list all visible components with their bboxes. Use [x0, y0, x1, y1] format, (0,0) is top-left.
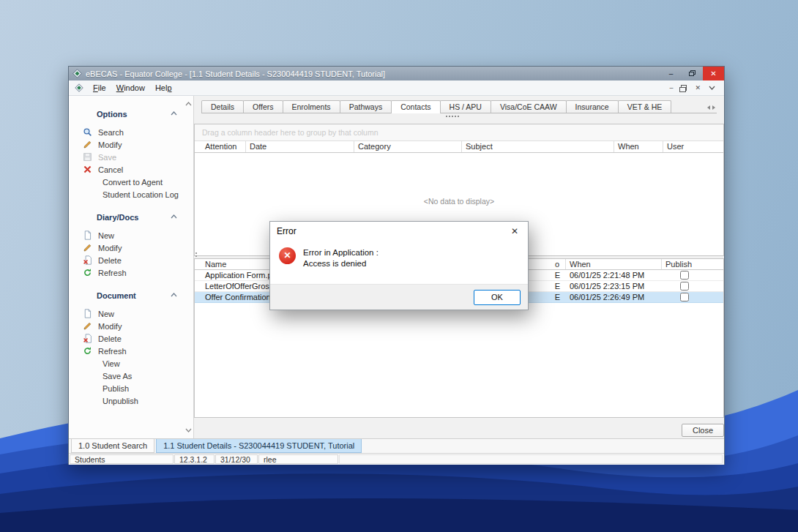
- close-button[interactable]: Close: [682, 424, 724, 437]
- sidebar-item-document-delete[interactable]: Delete: [69, 332, 193, 345]
- tab-hs-apu[interactable]: HS / APU: [440, 100, 491, 113]
- tab-contacts[interactable]: Contacts: [391, 100, 440, 113]
- tab-visa-coe-caaw[interactable]: Visa/CoE CAAW: [491, 100, 567, 113]
- mdi-window-controls: – ✕: [669, 85, 720, 91]
- sidebar-item-document-modify[interactable]: Modify: [69, 320, 193, 332]
- page-icon: [83, 309, 93, 318]
- bottom-tab-student-details[interactable]: 1.1 Student Details - S230044419 STUDENT…: [156, 439, 362, 453]
- tab-pathways[interactable]: Pathways: [340, 100, 392, 113]
- search-icon: [83, 127, 93, 137]
- tab-scroll-arrows[interactable]: [704, 105, 717, 113]
- error-icon: ✕: [279, 247, 296, 264]
- status-cell-module: Students: [70, 454, 174, 464]
- item-label: New: [98, 310, 114, 318]
- column-header-date[interactable]: Date: [246, 141, 354, 152]
- tab-details[interactable]: Details: [201, 100, 244, 113]
- page-icon: [83, 231, 93, 240]
- tab-scroll-right-icon[interactable]: [712, 105, 715, 110]
- sidebar-item-diary-refresh[interactable]: Refresh: [69, 266, 193, 279]
- sidebar-item-diary-delete[interactable]: Delete: [69, 254, 193, 266]
- cell-when: 06/01/25 2:23:15 PM: [566, 281, 662, 291]
- column-header-when[interactable]: When: [566, 259, 662, 269]
- error-message: Error in Application : Access is denied: [303, 247, 379, 269]
- tab-offers[interactable]: Offers: [243, 100, 283, 113]
- window-title: eBECAS - Equator College - [1.1 Student …: [86, 70, 385, 78]
- sidebar-item-student-location-log[interactable]: Student Location Log: [69, 188, 193, 201]
- column-header-publish[interactable]: Publish: [662, 259, 723, 269]
- sidebar-item-diary-new[interactable]: New: [69, 229, 193, 241]
- column-header-subject[interactable]: Subject: [462, 141, 614, 152]
- mdi-child-icon: [75, 83, 83, 92]
- publish-checkbox[interactable]: [680, 271, 689, 280]
- sidebar-item-document-view[interactable]: View: [69, 357, 193, 370]
- mdi-chevron-down-icon[interactable]: [709, 86, 715, 90]
- chevron-up-icon[interactable]: [171, 111, 177, 116]
- navigation-sidebar: Options Search Modify Save: [69, 96, 194, 438]
- column-header-when[interactable]: When: [614, 141, 663, 152]
- sidebar-item-document-unpublish[interactable]: Unpublish: [69, 394, 193, 407]
- scroll-down-icon[interactable]: [185, 428, 192, 432]
- sidebar-item-document-refresh[interactable]: Refresh: [69, 345, 193, 357]
- item-label: Save: [98, 153, 116, 162]
- error-dialog-title: Error: [277, 226, 297, 236]
- window-controls: – ✕: [660, 67, 724, 80]
- floppy-icon: [83, 152, 93, 162]
- tab-vet-he[interactable]: VET & HE: [618, 100, 672, 113]
- bottom-tab-student-search[interactable]: 1.0 Student Search: [71, 439, 154, 453]
- section-header-diary-docs[interactable]: Diary/Docs: [69, 211, 193, 224]
- column-header-category[interactable]: Category: [354, 141, 462, 152]
- sidebar-item-save[interactable]: Save: [69, 151, 193, 163]
- sidebar-item-cancel[interactable]: Cancel: [69, 163, 193, 176]
- error-dialog-titlebar[interactable]: Error: [270, 222, 528, 241]
- status-cell-version: 12.3.1.2: [174, 454, 215, 464]
- publish-checkbox[interactable]: [680, 293, 689, 301]
- ok-button[interactable]: OK: [474, 290, 521, 305]
- sidebar-item-diary-modify[interactable]: Modify: [69, 241, 193, 254]
- minimize-button[interactable]: –: [660, 67, 682, 80]
- sidebar-item-search[interactable]: Search: [69, 126, 193, 138]
- item-label: New: [98, 231, 114, 240]
- sidebar-item-document-publish[interactable]: Publish: [69, 382, 193, 394]
- error-dialog-close-button[interactable]: ✕: [501, 222, 528, 241]
- sidebar-item-modify[interactable]: Modify: [69, 138, 193, 151]
- menu-window[interactable]: Window: [111, 82, 150, 94]
- sidebar-scrollbar[interactable]: [184, 96, 193, 438]
- sidebar-item-document-save-as[interactable]: Save As: [69, 370, 193, 382]
- menu-file[interactable]: File: [88, 82, 111, 94]
- open-screens-tabbar: 1.0 Student Search 1.1 Student Details -…: [69, 438, 724, 453]
- mdi-restore-icon[interactable]: [681, 85, 687, 91]
- sidebar-item-convert-to-agent[interactable]: Convert to Agent: [69, 176, 193, 188]
- tab-enrolments[interactable]: Enrolments: [283, 100, 340, 113]
- group-by-hint: Drag a column header here to group by th…: [202, 128, 378, 137]
- status-cell-filler: [339, 454, 723, 464]
- delete-page-icon: [83, 334, 93, 343]
- menu-help[interactable]: Help: [150, 82, 177, 94]
- mdi-minimize-icon[interactable]: –: [669, 85, 673, 91]
- publish-checkbox[interactable]: [680, 282, 689, 291]
- cell-when: 06/01/25 2:21:48 PM: [566, 270, 662, 280]
- chevron-up-icon[interactable]: [171, 214, 177, 219]
- refresh-icon: [83, 268, 93, 277]
- cell-publish: [662, 281, 723, 291]
- scroll-up-icon[interactable]: [185, 102, 192, 106]
- item-label: Modify: [98, 322, 122, 331]
- close-window-button[interactable]: ✕: [703, 67, 724, 80]
- close-icon: ✕: [511, 226, 518, 236]
- tab-scroll-left-icon[interactable]: [707, 105, 710, 110]
- desktop-background: eBECAS - Equator College - [1.1 Student …: [0, 0, 798, 532]
- restore-button[interactable]: [682, 67, 703, 80]
- section-header-document[interactable]: Document: [69, 289, 193, 302]
- window-titlebar[interactable]: eBECAS - Equator College - [1.1 Student …: [69, 67, 724, 80]
- group-by-panel[interactable]: Drag a column header here to group by th…: [195, 124, 723, 141]
- tab-insurance[interactable]: Insurance: [566, 100, 619, 113]
- section-header-options[interactable]: Options: [69, 108, 193, 121]
- grid-splitter-handle[interactable]: [195, 252, 197, 254]
- column-header-user[interactable]: User: [663, 141, 723, 152]
- mdi-close-icon[interactable]: ✕: [695, 85, 701, 91]
- sidebar-section-diary-docs: Diary/Docs New Modify Delete: [69, 211, 193, 279]
- sidebar-item-document-new[interactable]: New: [69, 307, 193, 320]
- no-data-message: <No data to display>: [195, 197, 723, 206]
- restore-icon: [689, 70, 696, 77]
- chevron-up-icon[interactable]: [171, 293, 177, 297]
- column-header-attention[interactable]: Attention: [195, 141, 246, 152]
